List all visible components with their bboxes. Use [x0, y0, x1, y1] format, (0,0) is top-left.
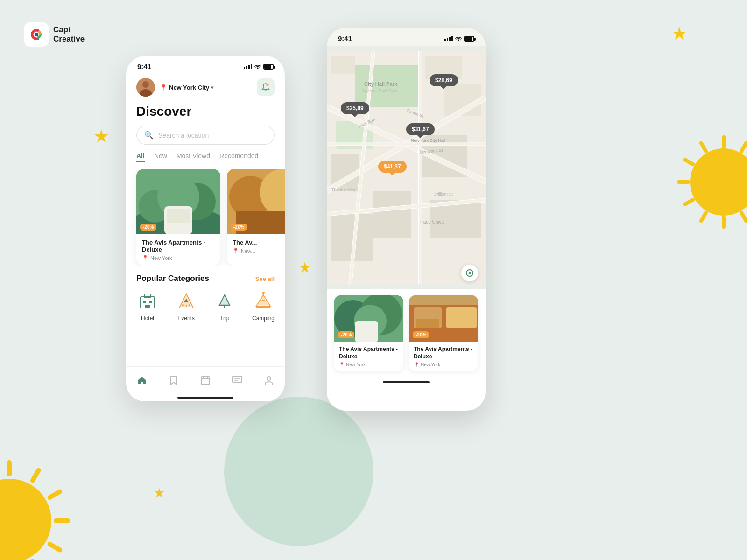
- svg-rect-7: [29, 558, 42, 560]
- cross-decoration-top: [672, 26, 686, 42]
- svg-point-103: [469, 272, 471, 274]
- notification-button[interactable]: [257, 78, 275, 96]
- status-bar-1: 9:41: [126, 56, 285, 74]
- map-card-body-1: The Avis Apartments - Deluxe 📍 New York: [334, 342, 403, 371]
- price-pin-3[interactable]: $31,67: [406, 123, 435, 135]
- trip-icon: [213, 290, 236, 312]
- nav-profile[interactable]: [263, 375, 275, 386]
- signal-icon-2: [444, 36, 453, 41]
- svg-rect-73: [331, 56, 355, 74]
- map-card-2[interactable]: -20% The Avis Apartments - Deluxe 📍 New …: [409, 295, 478, 371]
- locate-icon: [465, 268, 474, 278]
- price-pin-1[interactable]: $28,69: [430, 74, 458, 86]
- logo-icon: [24, 22, 49, 47]
- hotel-icon: [136, 290, 159, 312]
- svg-rect-4: [47, 489, 63, 501]
- locate-button[interactable]: [461, 265, 478, 281]
- cross-decoration-bottom: [154, 487, 164, 499]
- trip-label: Trip: [220, 315, 229, 322]
- bell-icon: [261, 83, 270, 92]
- svg-rect-64: [201, 377, 210, 385]
- svg-point-14: [0, 479, 51, 560]
- bottom-navigation: [126, 366, 285, 401]
- home-indicator: [177, 397, 233, 399]
- camping-icon: [252, 290, 275, 312]
- card-title-2: The Av...: [233, 239, 285, 246]
- discount-badge-1: -20%: [140, 224, 156, 231]
- svg-text:Pace Unive: Pace Unive: [420, 219, 444, 224]
- status-icons-1: [244, 64, 274, 70]
- card-body-1: The Avis Apartments - Deluxe 📍 New York: [136, 234, 220, 266]
- svg-point-62: [262, 292, 265, 294]
- svg-rect-45: [149, 301, 152, 303]
- search-placeholder: Search a location: [158, 132, 209, 139]
- svg-rect-5: [54, 518, 70, 523]
- avatar: [136, 78, 155, 97]
- category-camping[interactable]: Camping: [252, 290, 275, 322]
- see-all-button[interactable]: See all: [255, 275, 275, 282]
- property-cards: -20% The Avis Apartments - Deluxe 📍 New …: [126, 169, 285, 266]
- price-pin-active[interactable]: $41,37: [378, 161, 407, 173]
- tab-all[interactable]: All: [136, 152, 145, 162]
- svg-rect-24: [677, 180, 690, 184]
- map-card-title-2: The Avis Apartments - Deluxe: [414, 346, 473, 360]
- nav-bookmarks[interactable]: [168, 375, 179, 386]
- map-card-1[interactable]: -20% The Avis Apartments - Deluxe 📍 New …: [334, 295, 403, 371]
- map-card-title-1: The Avis Apartments - Deluxe: [339, 346, 399, 360]
- map-card-discount-1: -20%: [338, 331, 354, 338]
- card-body-2: The Av... 📍 New...: [227, 234, 285, 259]
- svg-rect-23: [682, 197, 695, 207]
- sun-decoration-right: [672, 131, 747, 235]
- card-pin-icon-2: 📍: [233, 248, 239, 254]
- category-hotel[interactable]: Hotel: [136, 290, 159, 322]
- popular-header: Popular Categories See all: [136, 274, 275, 283]
- category-trip[interactable]: Trip: [213, 290, 236, 322]
- tab-new[interactable]: New: [154, 152, 167, 162]
- svg-rect-25: [682, 157, 695, 167]
- tab-most-viewed[interactable]: Most Viewd: [176, 152, 210, 162]
- nav-home[interactable]: [136, 375, 148, 386]
- map-view[interactable]: Park Row Centre St Beekman St City Hall …: [327, 46, 486, 289]
- map-card-body-2: The Avis Apartments - Deluxe 📍 New York: [409, 342, 478, 371]
- search-icon: 🔍: [144, 131, 154, 140]
- svg-point-29: [142, 81, 149, 88]
- time-2: 9:41: [338, 35, 352, 42]
- svg-point-27: [690, 148, 747, 216]
- map-card-pin-2: 📍: [414, 362, 419, 367]
- battery-icon-2: [464, 36, 474, 42]
- svg-text:City Hall Park Path: City Hall Park Path: [362, 88, 397, 93]
- sun-decoration-left: [0, 455, 93, 560]
- tab-recommended[interactable]: Recomended: [219, 152, 258, 162]
- wifi-icon-2: [455, 36, 462, 42]
- discover-title: Discover: [126, 101, 285, 126]
- status-bar-2: 9:41: [327, 28, 486, 46]
- search-bar[interactable]: 🔍 Search a location: [136, 126, 275, 145]
- svg-rect-21: [722, 216, 726, 229]
- location-text: New York City: [169, 84, 209, 91]
- svg-text:Theatre Alley: Theatre Alley: [331, 187, 356, 192]
- green-circle-decoration: [224, 397, 374, 546]
- home-indicator-2: [327, 378, 486, 387]
- property-card-2[interactable]: -20% The Av... 📍 New...: [227, 169, 285, 266]
- svg-text:New York City Hall: New York City Hall: [411, 138, 445, 143]
- map-card-location-1: 📍 New York: [339, 362, 399, 367]
- logo-text: Capi Creative: [53, 25, 85, 44]
- price-pin-2[interactable]: $25,89: [341, 102, 369, 114]
- events-label: Events: [177, 315, 195, 322]
- location-button[interactable]: 📍 New York City ▾: [160, 84, 213, 91]
- svg-rect-22: [699, 210, 709, 223]
- svg-rect-117: [416, 319, 439, 328]
- star-decoration: ★: [93, 126, 109, 147]
- map-card-location-2: 📍 New York: [414, 362, 473, 367]
- cross-decoration-mid: [299, 261, 311, 275]
- chevron-down-icon: ▾: [211, 85, 213, 90]
- nav-calendar[interactable]: [200, 375, 211, 386]
- filter-tabs: All New Most Viewd Recomended: [126, 152, 285, 169]
- category-events[interactable]: Events: [175, 290, 197, 322]
- svg-rect-20: [739, 210, 747, 223]
- property-card-1[interactable]: -20% The Avis Apartments - Deluxe 📍 New …: [136, 169, 220, 266]
- svg-rect-2: [7, 460, 12, 476]
- camping-label: Camping: [252, 315, 275, 322]
- nav-messages[interactable]: [232, 375, 243, 386]
- svg-point-54: [189, 304, 190, 306]
